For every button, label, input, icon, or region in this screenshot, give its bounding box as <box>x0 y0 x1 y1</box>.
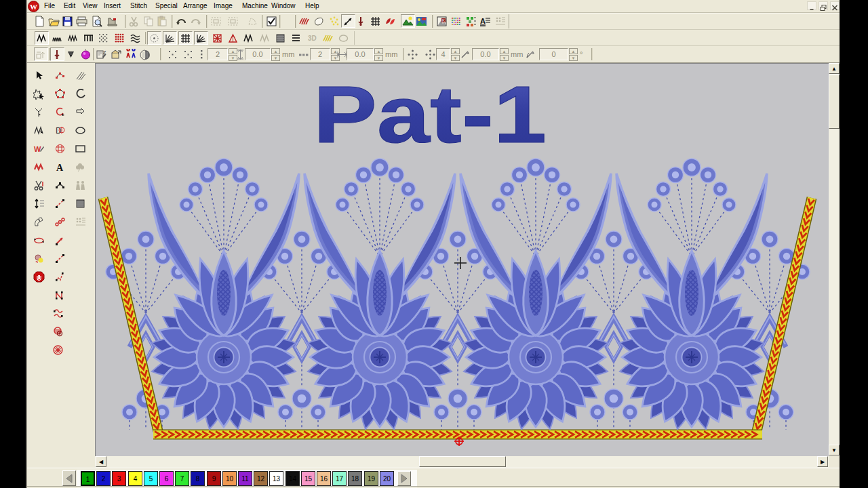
svg-text:Pat-1: Pat-1 <box>313 70 547 159</box>
svg-text:K: K <box>442 18 445 22</box>
svg-text:A: A <box>56 163 64 173</box>
svg-text:A: A <box>480 17 486 25</box>
svg-text:Z: Z <box>103 50 106 55</box>
svg-text:W: W <box>34 145 41 153</box>
svg-text:3D: 3D <box>308 35 317 42</box>
svg-text:W: W <box>30 3 37 11</box>
